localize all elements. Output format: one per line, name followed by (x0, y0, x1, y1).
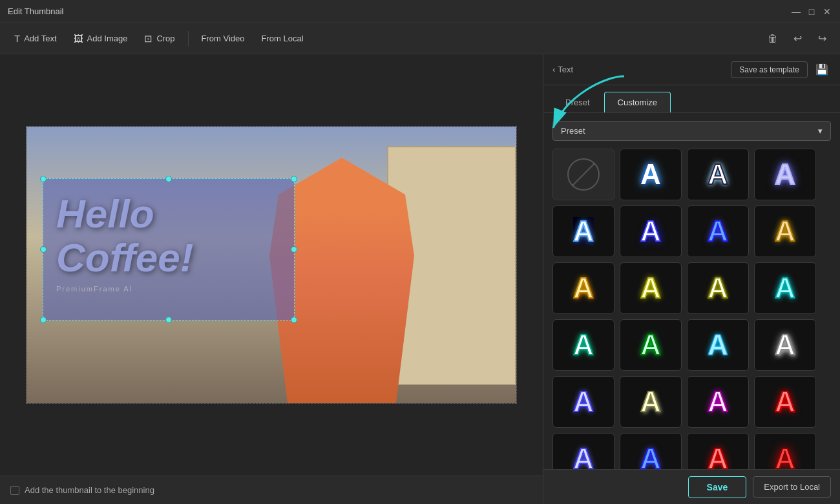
handle-mid-left[interactable] (40, 246, 47, 253)
add-image-button[interactable]: 🖼 Add Image (67, 30, 134, 47)
handle-top-left[interactable] (40, 176, 47, 182)
handle-bottom-right[interactable] (291, 317, 297, 323)
presets-grid: A A A A A A (543, 146, 840, 469)
panel-tabs: Preset Customize (543, 85, 840, 113)
panel-footer: Save Export to Local (543, 469, 840, 504)
preset-item-5[interactable]: A (620, 205, 682, 257)
preset-item-6[interactable]: A (687, 205, 749, 257)
preset-letter-11: A (775, 274, 795, 302)
preset-item-20[interactable]: A (552, 433, 614, 469)
preset-letter-20: A (573, 445, 594, 469)
redo-button[interactable]: ↪ (812, 28, 832, 49)
preset-dropdown[interactable]: Preset ▾ (552, 121, 831, 141)
preset-row-4: A A A A (552, 319, 831, 371)
preset-item-8[interactable]: A (552, 262, 614, 314)
minimize-button[interactable]: — (791, 6, 801, 17)
save-button[interactable]: Save (688, 476, 747, 498)
delete-button[interactable]: 🗑 (762, 28, 783, 49)
preset-item-17[interactable]: A (620, 376, 682, 428)
preset-letter-15: A (775, 331, 795, 359)
preset-item-10[interactable]: A (687, 262, 749, 314)
undo-button[interactable]: ↩ (787, 28, 808, 49)
preset-item-15[interactable]: A (754, 319, 816, 371)
preset-letter-13: A (640, 331, 661, 359)
preset-letter-7: A (775, 217, 795, 246)
preset-item-3[interactable]: A (754, 149, 816, 200)
close-button[interactable]: ✕ (822, 6, 832, 17)
save-icon[interactable]: 💾 (813, 61, 831, 79)
preset-letter-21: A (640, 445, 661, 469)
toolbar: T Add Text 🖼 Add Image ⊡ Crop From Video… (0, 23, 840, 54)
preset-row-1: A A A (552, 149, 831, 200)
tab-customize[interactable]: Customize (604, 92, 671, 112)
preset-item-19[interactable]: A (754, 376, 816, 428)
preset-letter-5: A (640, 217, 661, 246)
preset-item-12[interactable]: A (552, 319, 614, 371)
preset-item-7[interactable]: A (754, 205, 816, 257)
canvas-bottom-bar: Add the thumbnail to the beginning (0, 476, 543, 504)
from-video-button[interactable]: From Video (195, 30, 251, 47)
panel-title: Text (558, 65, 573, 74)
preset-dropdown-area: Preset ▾ (543, 113, 840, 146)
preset-letter-14: A (708, 331, 728, 359)
title-bar: Edit Thumbnail — □ ✕ (0, 0, 840, 23)
preset-letter-22: A (708, 445, 728, 469)
thumbnail-checkbox[interactable] (10, 486, 19, 495)
preset-item-none[interactable] (552, 149, 614, 200)
crop-button[interactable]: ⊡ Crop (138, 30, 181, 48)
preset-letter-4: A (573, 217, 594, 246)
preset-row-2: A A A A (552, 205, 831, 257)
text-icon: T (14, 33, 20, 44)
handle-top-mid[interactable] (165, 176, 172, 182)
preset-letter-18: A (708, 388, 728, 416)
handle-top-right[interactable] (291, 176, 297, 182)
preset-row-3: A A A A (552, 262, 831, 314)
preset-letter-6: A (708, 217, 728, 246)
export-to-local-button[interactable]: Export to Local (753, 476, 831, 498)
preset-item-22[interactable]: A (687, 433, 749, 469)
tab-preset[interactable]: Preset (552, 92, 603, 112)
text-overlay-content: HelloCoffee! PremiumFrame AI (43, 179, 294, 306)
preset-item-4[interactable]: A (552, 205, 614, 257)
overlay-watermark: PremiumFrame AI (56, 285, 281, 293)
preset-item-1[interactable]: A (620, 149, 682, 200)
back-chevron-icon: ‹ (552, 65, 555, 74)
preset-item-9[interactable]: A (620, 262, 682, 314)
preset-item-23[interactable]: A (754, 433, 816, 469)
preset-item-14[interactable]: A (687, 319, 749, 371)
crop-icon: ⊡ (144, 33, 152, 45)
no-style-indicator (567, 158, 600, 191)
preset-letter-12: A (573, 331, 594, 359)
thumbnail-checkbox-label[interactable]: Add the thumbnail to the beginning (10, 485, 154, 495)
maximize-button[interactable]: □ (806, 6, 817, 17)
preset-letter-8: A (573, 274, 594, 302)
preset-item-16[interactable]: A (552, 376, 614, 428)
preset-item-18[interactable]: A (687, 376, 749, 428)
canvas-wrapper: HelloCoffee! PremiumFrame AI (0, 54, 543, 476)
window-title: Edit Thumbnail (8, 6, 63, 16)
canvas-area: HelloCoffee! PremiumFrame AI Add (0, 54, 543, 504)
preset-letter-23: A (775, 445, 795, 469)
main-area: HelloCoffee! PremiumFrame AI Add (0, 54, 840, 504)
preset-item-21[interactable]: A (620, 433, 682, 469)
preset-row-6: A A A A (552, 433, 831, 469)
back-button[interactable]: ‹ Text (552, 65, 573, 74)
text-overlay-box[interactable]: HelloCoffee! PremiumFrame AI (43, 178, 295, 320)
add-text-button[interactable]: T Add Text (8, 30, 63, 47)
preset-item-11[interactable]: A (754, 262, 816, 314)
save-as-template-button[interactable]: Save as template (731, 61, 808, 78)
preset-letter-3: A (775, 160, 795, 189)
canvas[interactable]: HelloCoffee! PremiumFrame AI (26, 126, 517, 404)
toolbar-separator (188, 31, 189, 47)
preset-letter-2: A (708, 160, 728, 189)
preset-letter-19: A (775, 388, 795, 416)
from-local-button[interactable]: From Local (255, 30, 310, 47)
preset-item-13[interactable]: A (620, 319, 682, 371)
handle-bottom-left[interactable] (40, 317, 47, 323)
chevron-down-icon: ▾ (818, 126, 823, 136)
preset-letter-17: A (640, 388, 661, 416)
handle-bottom-mid[interactable] (165, 317, 172, 323)
preset-letter-16: A (573, 388, 594, 416)
handle-mid-right[interactable] (291, 246, 297, 253)
preset-item-2[interactable]: A (687, 149, 749, 200)
